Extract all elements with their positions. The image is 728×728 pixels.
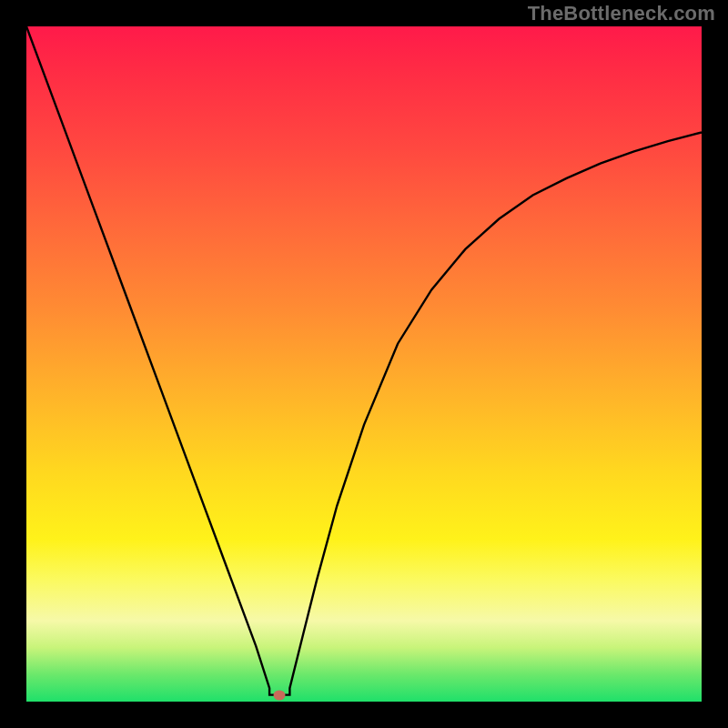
optimal-point-marker — [274, 691, 286, 701]
curve-path — [26, 26, 702, 695]
plot-area — [26, 26, 702, 702]
watermark-text: TheBottleneck.com — [528, 2, 715, 25]
bottleneck-curve — [26, 26, 702, 702]
chart-frame: TheBottleneck.com — [0, 0, 728, 728]
